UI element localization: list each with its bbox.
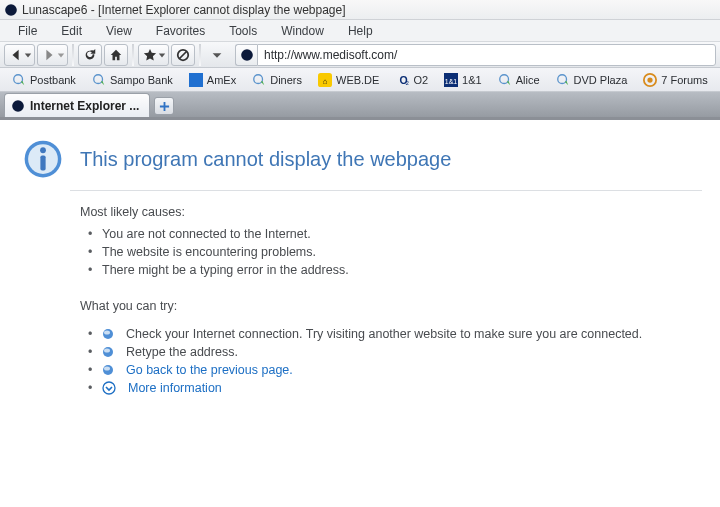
list-item: The website is encountering problems. <box>102 243 702 261</box>
reload-button[interactable] <box>78 44 102 66</box>
globe-icon <box>556 73 570 87</box>
bookmark-1and1[interactable]: 1&11&1 <box>438 71 488 89</box>
try-item: Check your Internet connection. Try visi… <box>102 325 702 343</box>
menu-tools[interactable]: Tools <box>219 22 267 40</box>
menu-edit[interactable]: Edit <box>51 22 92 40</box>
svg-point-3 <box>241 49 253 61</box>
bullet-icon <box>102 328 114 340</box>
menu-window[interactable]: Window <box>271 22 334 40</box>
info-large-icon <box>22 138 64 180</box>
address-input[interactable] <box>257 44 716 66</box>
menu-file[interactable]: File <box>8 22 47 40</box>
svg-text:1&1: 1&1 <box>445 77 458 84</box>
forward-button[interactable] <box>37 44 68 66</box>
error-body: Most likely causes: You are not connecte… <box>80 205 702 397</box>
amex-icon <box>189 73 203 87</box>
webde-icon: ⌂ <box>318 73 332 87</box>
more-info-link[interactable]: More information <box>128 381 222 395</box>
oneandone-icon: 1&1 <box>444 73 458 87</box>
bookmarks-bar: Postbank Sampo Bank AmEx Diners ⌂WEB.DE … <box>0 68 720 92</box>
bookmark-o2[interactable]: O2O2 <box>389 71 434 89</box>
back-button[interactable] <box>4 44 35 66</box>
menu-favorites[interactable]: Favorites <box>146 22 215 40</box>
home-button[interactable] <box>104 44 128 66</box>
bookmark-dvdplaza[interactable]: DVD Plaza <box>550 71 634 89</box>
tab-active[interactable]: Internet Explorer ... <box>4 93 150 117</box>
back-dropdown-icon[interactable] <box>23 51 33 59</box>
tab-label: Internet Explorer ... <box>30 99 139 113</box>
svg-point-27 <box>104 349 110 353</box>
svg-line-2 <box>180 51 187 58</box>
error-header: This program cannot display the webpage <box>22 138 702 180</box>
try-list: Check your Internet connection. Try visi… <box>80 325 702 397</box>
plus-icon <box>159 101 170 112</box>
bookmark-label: Sampo Bank <box>110 74 173 86</box>
bookmark-label: DVD Plaza <box>574 74 628 86</box>
window-title: Lunascape6 - [Internet Explorer cannot d… <box>22 3 346 17</box>
bookmark-label: Alice <box>516 74 540 86</box>
back-icon <box>9 48 23 62</box>
globe-icon <box>92 73 106 87</box>
svg-point-17 <box>648 77 653 82</box>
separator <box>72 44 74 66</box>
menu-view[interactable]: View <box>96 22 142 40</box>
site-icon <box>235 44 257 66</box>
bullet-icon <box>102 364 114 376</box>
svg-point-0 <box>5 4 17 16</box>
globe-icon <box>252 73 266 87</box>
lunascape-icon <box>240 48 254 62</box>
bookmark-webde[interactable]: ⌂WEB.DE <box>312 71 385 89</box>
tab-icon <box>11 99 25 113</box>
error-heading: This program cannot display the webpage <box>80 148 451 171</box>
favorites-button[interactable] <box>138 44 169 66</box>
app-icon <box>4 3 18 17</box>
bookmark-label: 1&1 <box>462 74 482 86</box>
bookmark-postbank[interactable]: Postbank <box>6 71 82 89</box>
divider <box>70 190 702 191</box>
stop-icon <box>176 48 190 62</box>
new-tab-button[interactable] <box>154 97 174 115</box>
tab-bar: Internet Explorer ... <box>0 92 720 120</box>
bookmark-label: Postbank <box>30 74 76 86</box>
bookmark-alice[interactable]: Alice <box>492 71 546 89</box>
go-back-link[interactable]: Go back to the previous page. <box>126 363 293 377</box>
bookmark-sampo[interactable]: Sampo Bank <box>86 71 179 89</box>
stop-button[interactable] <box>171 44 195 66</box>
bookmark-label: WEB.DE <box>336 74 379 86</box>
svg-rect-23 <box>40 156 45 171</box>
globe-icon <box>12 73 26 87</box>
bookmark-label: 7 Forums <box>661 74 707 86</box>
toolbar <box>0 42 720 68</box>
svg-point-19 <box>12 100 24 112</box>
svg-point-25 <box>104 331 110 335</box>
favorites-dropdown-icon[interactable] <box>157 51 167 59</box>
bookmark-amex[interactable]: AmEx <box>183 71 242 89</box>
svg-point-22 <box>40 147 46 153</box>
menu-help[interactable]: Help <box>338 22 383 40</box>
svg-point-29 <box>104 367 110 371</box>
bookmark-label: Diners <box>270 74 302 86</box>
o2-icon: O2 <box>395 73 409 87</box>
menu-bar: File Edit View Favorites Tools Window He… <box>0 20 720 42</box>
forward-icon <box>42 48 56 62</box>
home-icon <box>109 48 123 62</box>
bookmark-label: O2 <box>413 74 428 86</box>
list-item: You are not connected to the Internet. <box>102 225 702 243</box>
causes-label: Most likely causes: <box>80 205 702 219</box>
page-content: This program cannot display the webpage … <box>0 120 720 429</box>
bookmark-diners[interactable]: Diners <box>246 71 308 89</box>
toolbar-dropdown[interactable] <box>205 44 229 66</box>
bookmark-7forums[interactable]: 7 Forums <box>637 71 713 89</box>
expand-icon <box>102 381 116 395</box>
address-bar-group <box>235 44 716 66</box>
sevenforums-icon <box>643 73 657 87</box>
separator <box>132 44 134 66</box>
more-info-row[interactable]: More information <box>102 379 702 397</box>
separator <box>199 44 201 66</box>
title-bar: Lunascape6 - [Internet Explorer cannot d… <box>0 0 720 20</box>
bookmark-label: AmEx <box>207 74 236 86</box>
globe-icon <box>498 73 512 87</box>
try-item: Go back to the previous page. <box>102 361 702 379</box>
svg-text:⌂: ⌂ <box>323 76 328 85</box>
forward-dropdown-icon[interactable] <box>56 51 66 59</box>
